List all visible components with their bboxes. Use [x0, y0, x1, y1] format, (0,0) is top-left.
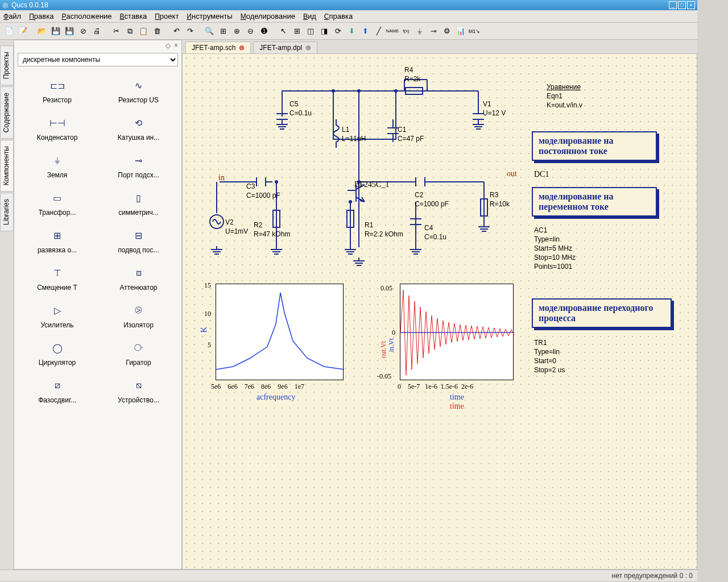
tab-projects[interactable]: Проекты [0, 45, 14, 85]
open-icon[interactable]: 📂 [36, 26, 48, 37]
component-item[interactable]: ⧂Гиратор [99, 336, 178, 370]
menu-tools[interactable]: Инструменты [187, 12, 232, 20]
menu-layout[interactable]: Расположение [61, 12, 111, 20]
c4-label: C4C=0.1u [424, 223, 446, 242]
component-item[interactable]: ⊸Порт подсх... [99, 148, 178, 182]
component-label: Резистор US [118, 96, 159, 104]
component-item[interactable]: ⧈Аттенюатор [99, 261, 178, 295]
component-item[interactable]: ⊏⊐Резистор [18, 73, 97, 107]
tab-libraries[interactable]: Libraries [0, 193, 14, 231]
up-icon[interactable]: ⬆ [359, 26, 371, 37]
l1-label: L1L=11uH [342, 125, 366, 143]
minimize-button[interactable]: _ [669, 1, 677, 9]
name-icon[interactable]: NAME [387, 26, 398, 37]
menu-sim[interactable]: Моделирование [241, 12, 295, 20]
menu-insert[interactable]: Вставка [120, 12, 147, 20]
plot2-ylabel-in: in.Vt [387, 338, 396, 352]
sim-icon[interactable]: ⚙ [441, 26, 453, 37]
plot2-xlabel2: time [450, 402, 464, 411]
component-item[interactable]: ⊤Смещение Т [18, 261, 97, 295]
comp2-icon[interactable]: ◨ [318, 26, 330, 37]
gnd-icon[interactable]: ⏚ [414, 26, 425, 37]
panel-detach-icon[interactable]: ◇ [166, 41, 171, 49]
zoom1-icon[interactable]: ➊ [258, 26, 270, 37]
component-item[interactable]: ⧅Устройство... [99, 373, 178, 408]
menu-edit[interactable]: Правка [29, 12, 53, 20]
component-item[interactable]: ⏚Земля [18, 148, 97, 182]
print-icon[interactable]: 🖨 [91, 26, 102, 37]
marker-icon[interactable]: M1↘ [469, 26, 480, 37]
comp1-icon[interactable]: ◫ [305, 26, 316, 37]
component-symbol-icon: ⊞ [46, 227, 69, 244]
panel-close-icon[interactable]: × [174, 41, 178, 49]
tab-sch[interactable]: JFET-amp.sch⊗ [185, 41, 251, 53]
select-icon[interactable]: ↖ [278, 26, 289, 37]
plot-icon[interactable]: 📊 [455, 26, 466, 37]
sim-ac-box[interactable]: моделирование на переменном токе [532, 187, 657, 217]
r4-label: R4R=2k [404, 65, 420, 84]
close-button[interactable]: × [687, 1, 695, 9]
component-item[interactable]: ⟲Катушка ин... [99, 111, 178, 145]
undo-icon[interactable]: ↶ [171, 26, 182, 37]
component-symbol-icon: ▷ [46, 302, 69, 319]
component-symbol-icon: ⧁ [127, 302, 150, 319]
component-symbol-icon: ⊢⊣ [46, 114, 69, 131]
close-icon[interactable]: ⊘ [77, 26, 89, 37]
wire-icon[interactable]: ╱ [373, 26, 384, 37]
component-item[interactable]: ⊟подвод пос... [99, 223, 178, 257]
component-item[interactable]: ▭Трансфор... [18, 186, 97, 220]
zoom-icon[interactable]: 🔍 [204, 26, 215, 37]
tab-contents[interactable]: Содержание [0, 86, 14, 139]
c1-label: C1C=47 pF [398, 125, 424, 143]
sim-tr-box[interactable]: моделирование переходного процесса [532, 298, 672, 328]
zoomin-icon[interactable]: ⊕ [231, 26, 242, 37]
grid-icon[interactable]: ⊞ [291, 26, 303, 37]
component-category-select[interactable]: дискретные компоненты [18, 53, 178, 66]
cut-icon[interactable]: ✂ [110, 26, 122, 37]
component-item[interactable]: ◯Циркулятор [18, 336, 97, 370]
text-icon[interactable]: 📝 [17, 26, 28, 37]
tab-components[interactable]: Компоненты [0, 140, 14, 192]
eqn-label: УравнениеEqn1K=out.v/in.v [547, 82, 582, 110]
component-item[interactable]: ▯симметрич... [99, 186, 178, 220]
zoomout-icon[interactable]: ⊖ [245, 26, 256, 37]
component-label: Земля [47, 171, 68, 179]
component-item[interactable]: ⊢⊣Конденсатор [18, 111, 97, 145]
refresh-icon[interactable]: ⟳ [332, 26, 344, 37]
port-icon[interactable]: ⊸ [428, 26, 439, 37]
component-symbol-icon: ⊏⊐ [46, 77, 69, 94]
menu-file[interactable]: Файл [3, 12, 21, 20]
tab-close-icon[interactable]: ⊗ [239, 44, 245, 52]
component-label: Конденсатор [37, 134, 78, 142]
delete-icon[interactable]: 🗑 [151, 26, 163, 37]
menu-project[interactable]: Проект [155, 12, 179, 20]
down-icon[interactable]: ⬇ [346, 26, 357, 37]
v1-label: V1U=12 V [483, 99, 506, 118]
component-item[interactable]: ∿Резистор US [99, 73, 178, 107]
component-symbol-icon: ⧈ [127, 264, 150, 281]
save-icon[interactable]: 💾 [50, 26, 61, 37]
new-icon[interactable]: 📄 [3, 26, 15, 37]
component-symbol-icon: ▯ [127, 189, 150, 206]
sim-dc-box[interactable]: моделирование на постоянном токе [532, 131, 657, 161]
component-item[interactable]: ⧄Фазосдвиг... [18, 373, 97, 408]
plot-ac[interactable] [216, 284, 344, 380]
eqn-icon[interactable]: f(x) [400, 26, 412, 37]
copy-icon[interactable]: ⧉ [124, 26, 135, 37]
component-item[interactable]: ⧁Изолятор [99, 298, 178, 332]
component-item[interactable]: ⊞развязка о... [18, 223, 97, 257]
component-item[interactable]: ▷Усилитель [18, 298, 97, 332]
redo-icon[interactable]: ↷ [184, 26, 196, 37]
saveall-icon[interactable]: 💾 [64, 26, 75, 37]
plot-tr[interactable] [400, 284, 514, 380]
schematic-canvas[interactable]: C5C=0.1u R4R=2k V1U=12 V L1L=11uH C1C=47… [182, 53, 697, 569]
paste-icon[interactable]: 📋 [138, 26, 149, 37]
component-label: Смещение Т [37, 284, 77, 292]
tab-close-icon[interactable]: ⊗ [305, 44, 311, 52]
zoomfit-icon[interactable]: ⊞ [217, 26, 229, 37]
maximize-button[interactable]: □ [678, 1, 686, 9]
tab-dpl[interactable]: JFET-amp.dpl⊗ [253, 41, 317, 53]
menu-view[interactable]: Вид [303, 12, 316, 20]
menu-help[interactable]: Справка [324, 12, 353, 20]
component-label: подвод пос... [118, 246, 159, 254]
